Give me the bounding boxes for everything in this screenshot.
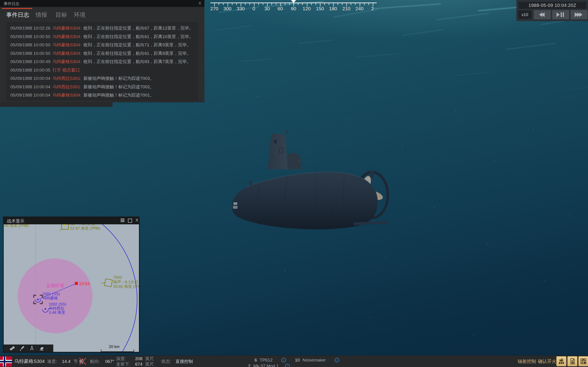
event-log-window: 事件日志 X 事件日志 情报 目标 环境 05/09/1988 10:02:26… (0, 0, 204, 102)
close-icon[interactable]: X (136, 218, 138, 223)
info-icon[interactable]: i (281, 358, 286, 362)
compass-tick (285, 3, 285, 5)
contact-top-symbol[interactable] (60, 224, 69, 231)
event-log-list[interactable]: 05/09/1988 10:02:26乌特豪格S304:收到，正在前往指定位置，… (7, 23, 198, 100)
waypoint-marker[interactable] (75, 282, 78, 285)
weapon-count: 2 (248, 364, 251, 367)
log-source: 乌特豪格S304: (52, 93, 81, 98)
info-icon[interactable]: i (285, 364, 290, 367)
compass-tick (271, 3, 272, 5)
compass-tick (263, 3, 263, 5)
state-label: 状态: (161, 359, 171, 364)
log-message: 新被动声呐接触！标记为踪迹7003。 (83, 76, 154, 81)
water-particle (544, 280, 545, 281)
info-icon[interactable]: i (335, 358, 339, 362)
compass-tick (258, 3, 259, 5)
depth-value: 208 (132, 356, 142, 361)
briefing-panel-button[interactable] (567, 356, 578, 366)
log-message: 收到，正在前往指定位置，航向61，距离10英里，完毕。 (83, 34, 193, 39)
tab-targets[interactable]: 目标 (56, 11, 67, 19)
compass-tick (311, 3, 312, 5)
time-scale-button[interactable]: x10 (518, 10, 531, 19)
document-icon (569, 358, 576, 365)
water-ripple (570, 85, 588, 90)
log-source: 乌特豪格S304: (52, 51, 81, 56)
rewind-icon (541, 12, 545, 17)
compass-label: 120 (300, 6, 313, 11)
emcon-toggle[interactable]: 辐射控制 (518, 359, 536, 364)
water-particle (402, 147, 403, 148)
log-source: 乌特豪格S304: (52, 42, 81, 47)
measure-ruler-tool[interactable] (7, 344, 17, 352)
confirm-fire-toggle[interactable]: 确认开火 (538, 359, 556, 364)
water-particle (533, 128, 534, 129)
waypoint-time-label: 10:54 (79, 282, 90, 286)
compass-heading-pointer (291, 0, 296, 3)
weapon-name: Mk-37 Mod 1 (253, 364, 279, 367)
event-log-titlebar[interactable]: 事件日志 X (0, 0, 204, 7)
map-grid-panel-button[interactable] (578, 356, 588, 366)
tab-intel[interactable]: 情报 (36, 11, 47, 19)
weapon-noisemaker: 10 Noisemaker i (295, 358, 339, 363)
maximize-icon[interactable] (128, 219, 132, 223)
contact-7003-symbol[interactable] (101, 278, 112, 287)
tab-event-log[interactable]: 事件日志 (6, 11, 29, 19)
log-entry: 05/09/1988 10:00:04乌特西拉S301:新被动声呐接触！标记为踪… (10, 83, 198, 91)
tab-environment[interactable]: 环境 (74, 11, 86, 19)
log-message: 收到，正在前往指定位置，航向83，距离7英里，完毕。 (83, 59, 191, 64)
log-time: 05/09/1988 10:00:04 (10, 84, 50, 89)
compass-label: 60 (273, 6, 287, 11)
tactical-window-title: 战术显示 (7, 218, 24, 224)
compass-label: 0 (247, 6, 261, 11)
edge-contact-label[interactable]: 00 海里 (声呐) (4, 224, 29, 228)
compass-tick (236, 3, 237, 5)
state-value: 直接控制 (175, 359, 193, 364)
datetime-display: 1988-05-09 10:04:20Z (519, 2, 586, 9)
depth-label: 深度: (116, 356, 126, 361)
water-ripple (299, 40, 333, 44)
compass-tick (316, 3, 316, 5)
fleet-panel-button[interactable] (556, 356, 566, 366)
log-entry: 05/09/1988 10:00:04乌特豪格S304:新被动声呐接触！标记为踪… (10, 91, 198, 100)
log-message: 收到，正在前往指定位置，航向67，距离12英里，完毕。 (83, 26, 193, 31)
log-entry: 05/09/1988 10:00:50乌特豪格S304:收到，正在前往指定位置，… (10, 33, 198, 41)
tactical-titlebar[interactable]: 战术显示 X (3, 217, 140, 224)
contact-top-label[interactable]: 噪声：6.7分贝 22.67 海里 (声呐) (70, 224, 100, 231)
log-message: 收到，正在前往指定位置，航向71，距离9英里，完毕。 (83, 42, 191, 47)
drafting-compass-tool[interactable] (27, 344, 37, 352)
log-entry: 05/09/1988 10:00:50乌特豪格S304:收到，正在前往指定位置，… (10, 49, 198, 58)
scale-bar (101, 349, 134, 352)
compass-tick (276, 3, 276, 5)
contact-7003-label[interactable]: 7003 噪声：6.1分贝 20.65 海里 (声呐) (113, 275, 139, 289)
keel-unit: 英尺 (145, 361, 154, 367)
toolbar-drag-handle[interactable]: ⋮⋮ (4, 344, 7, 352)
water-ripple (216, 25, 252, 30)
weapon-count: 6 (254, 358, 257, 363)
contact-1002-label[interactable]: 1002 (SS) 乌特西拉 3.48 海里 (49, 302, 66, 315)
depth-unit: 英尺 (145, 356, 154, 361)
compass-label: 210 (339, 6, 353, 11)
fast-forward-button[interactable] (571, 10, 588, 19)
compass-strip: 270 300 330 0 30 60 90 120 150 180 210 2… (210, 0, 377, 13)
compass-tick (302, 3, 303, 5)
play-pause-button[interactable] (552, 10, 569, 19)
log-entry: 05/09/1988 10:00:50乌特豪格S304:收到，正在前往指定位置，… (10, 41, 198, 49)
tactical-map[interactable]: 00 海里 (声呐) 噪声：6.7分贝 22.67 海里 (声呐) 监视区域 1… (4, 224, 139, 352)
draw-pencil-tool[interactable] (17, 344, 27, 352)
event-log-resize-strip[interactable] (0, 102, 112, 107)
norway-flag-icon (0, 357, 12, 367)
weapon-name: TP612 (260, 358, 273, 363)
log-time: 05/09/1988 10:00:50 (10, 34, 50, 39)
submarine-3d-model[interactable] (225, 126, 395, 232)
menu-icon[interactable] (121, 219, 124, 222)
water-particle (335, 216, 336, 216)
water-particle (455, 110, 456, 111)
rewind-button[interactable] (534, 10, 551, 19)
contact-1001-label[interactable]: 1001 (SS) 乌特豪格 (42, 292, 60, 300)
app-root: 270 300 330 0 30 60 90 120 150 180 210 2… (0, 0, 588, 367)
log-message: 收到，正在前往指定位置，航向61，距离8英里，完毕。 (83, 51, 191, 56)
close-icon[interactable]: X (197, 1, 203, 6)
heading-value: 067° (105, 359, 114, 364)
eraser-tool[interactable] (37, 344, 47, 352)
cavitation-muted-icon[interactable] (78, 357, 87, 365)
